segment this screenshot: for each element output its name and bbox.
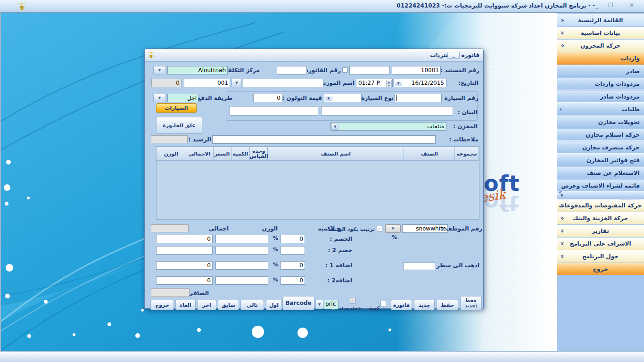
- close-button[interactable]: ✕: [627, 2, 636, 8]
- save-button[interactable]: حفظ: [437, 300, 458, 310]
- sidebar-item-1[interactable]: »بيانات اساسية: [557, 27, 644, 39]
- payment-method-field[interactable]: اجل: [167, 94, 198, 102]
- quantity-checkbox[interactable]: [380, 301, 386, 306]
- store-combo[interactable]: ▼ منتجات: [330, 122, 446, 131]
- barcode-dropdown[interactable]: ▼: [315, 300, 323, 309]
- supplier-field[interactable]: [243, 79, 323, 87]
- sidebar-item-6[interactable]: مردودات صادر: [557, 90, 644, 103]
- doc-no-aux-field[interactable]: [349, 66, 390, 74]
- time-spin-buttons[interactable]: ▲▼: [386, 80, 392, 86]
- cost-center-field[interactable]: Alouttnah: [167, 66, 228, 74]
- sidebar-item-12[interactable]: الاستعلام عن صنف: [557, 167, 644, 179]
- invoice-no-label: رقم الفاتورة: [308, 67, 341, 74]
- sidebar-item-label: القائمة الرئيسية: [578, 17, 623, 24]
- payment-method-dropdown[interactable]: ▼: [153, 94, 166, 102]
- sidebar-item-20[interactable]: خروج: [557, 263, 644, 275]
- discount2-value-field[interactable]: [156, 246, 213, 255]
- sidebar-item-3[interactable]: واردات: [557, 52, 644, 65]
- addition1-pct-field[interactable]: 0: [281, 261, 305, 270]
- sidebar-item-13[interactable]: قائمة لشراء الاصناف وعرض الاسعار: [557, 180, 644, 192]
- col-weight[interactable]: الوزن: [157, 147, 186, 161]
- last-button[interactable]: اخر: [197, 300, 216, 310]
- close-invoice-button[interactable]: غلق الفاتورة: [156, 117, 202, 134]
- discount1-pct-field[interactable]: 0: [281, 235, 305, 243]
- sidebar-item-4[interactable]: صادر: [557, 65, 644, 77]
- col-qty[interactable]: الكمية: [231, 147, 250, 161]
- addition2-value-field[interactable]: 0: [156, 276, 213, 285]
- cost-center-dropdown[interactable]: ▼: [153, 66, 166, 74]
- col-price[interactable]: السعر: [214, 147, 231, 161]
- doc-no-field[interactable]: 10001: [392, 66, 441, 74]
- sidebar-item-9[interactable]: حركة استلام مخازن: [557, 129, 644, 141]
- dialog-close-button[interactable]: x: [432, 51, 441, 58]
- sidebar-item-14[interactable]: »▼: [557, 192, 644, 199]
- application-window: - - برنامج المخازن اعداد شركة سنووايت لل…: [0, 0, 644, 362]
- no-weight-checkbox[interactable]: ✓: [350, 298, 355, 304]
- barcode-button[interactable]: Barcode: [282, 296, 314, 310]
- sidebar-item-8[interactable]: تحويلات مخازن: [557, 116, 644, 128]
- description-field-1[interactable]: [321, 106, 453, 115]
- supplier-code-field[interactable]: 001: [184, 79, 230, 87]
- store-dropdown-icon[interactable]: ▼: [331, 123, 339, 130]
- dialog-minimize-button[interactable]: _: [447, 52, 460, 59]
- cancel-button[interactable]: الغاء: [175, 300, 196, 310]
- freight-field[interactable]: 0: [253, 94, 282, 102]
- restore-button[interactable]: ❐: [606, 2, 615, 8]
- car-no-field[interactable]: [395, 94, 442, 102]
- description-field-2[interactable]: [230, 106, 318, 115]
- addition2-mid-field[interactable]: [215, 276, 268, 285]
- date-picker[interactable]: ▼ 16/12/2015: [394, 79, 446, 87]
- exit-button[interactable]: خروج: [150, 300, 174, 310]
- col-item[interactable]: الصنف: [404, 147, 455, 161]
- notes-field[interactable]: [212, 135, 436, 144]
- prev-button[interactable]: سابق: [218, 300, 239, 310]
- sidebar-item-11[interactable]: فتح فواتير المخازن: [557, 154, 644, 166]
- col-total[interactable]: الاجمالى: [186, 147, 214, 161]
- sidebar-item-10[interactable]: حركة منصرف مخازن: [557, 141, 644, 154]
- date-dropdown-icon[interactable]: ▼: [395, 80, 402, 86]
- sort-by-code-checkbox[interactable]: ✓: [377, 226, 382, 231]
- spin-down-icon[interactable]: ▼: [386, 83, 392, 87]
- invoice-no-field[interactable]: [277, 66, 307, 74]
- dialog-app-icon: [148, 51, 155, 61]
- goto-line-field[interactable]: [403, 263, 435, 270]
- sidebar-item-15[interactable]: »حركة المقبوضات والمدفوعات: [557, 199, 644, 212]
- sidebar-item-0[interactable]: »القائمة الرئيسية: [557, 14, 644, 26]
- next-button[interactable]: تالى: [240, 300, 264, 310]
- sidebar-item-17[interactable]: »تقارير: [557, 225, 644, 237]
- car-type-combo[interactable]: ▼: [324, 94, 362, 102]
- spin-up-icon[interactable]: ▲: [386, 80, 392, 83]
- discount2-pct-field[interactable]: [281, 246, 305, 255]
- cars-button[interactable]: السيارات: [156, 103, 197, 113]
- sidebar-item-7[interactable]: ▾طلبات: [557, 103, 644, 115]
- sidebar-item-label: حركة استلام مخازن: [586, 132, 640, 138]
- addition1-mid-field[interactable]: [215, 261, 268, 270]
- addition1-percent-sign: %: [273, 262, 278, 268]
- new-button[interactable]: جديد: [414, 300, 435, 310]
- sidebar-item-19[interactable]: »حول البرنامج: [557, 250, 644, 263]
- addition1-value-field[interactable]: 0: [156, 261, 213, 270]
- first-button[interactable]: اول: [266, 300, 282, 310]
- price-field[interactable]: pric: [324, 300, 339, 309]
- col-unit[interactable]: وحدة القياس: [250, 147, 268, 161]
- sidebar-item-18[interactable]: »الاشراف على البرنامج: [557, 238, 644, 250]
- col-item-name[interactable]: اسم الصنف: [268, 147, 404, 161]
- sidebar-item-16[interactable]: »حركة الخزينة والبنك: [557, 212, 644, 224]
- invoice-button[interactable]: فاتورة: [391, 300, 412, 310]
- store-label: المخزن :: [447, 123, 478, 130]
- items-grid-header: مجموعه الصنف اسم الصنف وحدة القياس الكمي…: [157, 147, 479, 161]
- employee-dropdown[interactable]: ▼: [385, 224, 401, 233]
- discount1-value-field[interactable]: 0: [156, 235, 213, 243]
- discount1-mid-field[interactable]: [215, 235, 268, 243]
- car-type-dropdown-icon[interactable]: ▼: [325, 95, 332, 101]
- save-new-button[interactable]: حفظ \جديد: [460, 296, 482, 310]
- addition2-pct-field[interactable]: 0: [281, 276, 305, 285]
- sidebar-item-2[interactable]: »حركة المخزون: [557, 40, 644, 52]
- time-spinner[interactable]: 01:27 P ▲▼: [356, 79, 393, 87]
- sidebar-item-5[interactable]: مردودات واردات: [557, 78, 644, 90]
- supplier-dropdown[interactable]: ▼: [231, 79, 242, 87]
- minimize-button[interactable]: _: [592, 2, 602, 8]
- col-group[interactable]: مجموعه: [455, 147, 479, 161]
- discount2-mid-field[interactable]: [215, 246, 268, 255]
- invoice-no-checkbox[interactable]: [342, 67, 347, 73]
